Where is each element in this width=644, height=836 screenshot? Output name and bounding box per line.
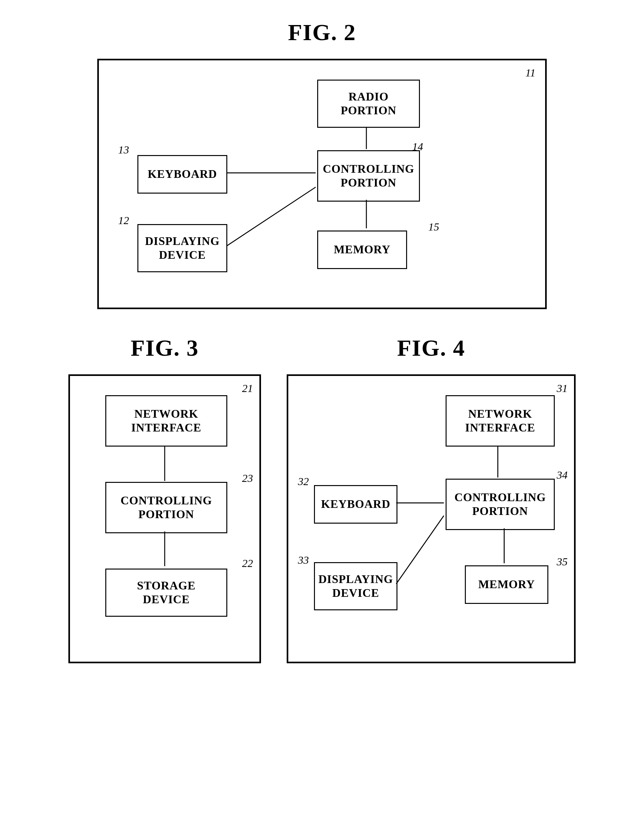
- fig3-storage-block: STORAGEDEVICE: [105, 568, 227, 617]
- fig4-controlling-block: CONTROLLINGPORTION: [446, 479, 555, 530]
- fig2-keyboard-label: KEYBOARD: [148, 167, 217, 181]
- fig4-ref-34: 34: [557, 469, 567, 481]
- fig3-title: FIG. 3: [131, 335, 199, 361]
- fig2-ref-12: 12: [118, 214, 129, 227]
- fig2-displaying-label: DISPLAYINGDEVICE: [145, 234, 220, 262]
- fig3-controlling-label: CONTROLLINGPORTION: [120, 494, 212, 521]
- fig2-ref-15: 15: [428, 221, 439, 233]
- fig4-keyboard-label: KEYBOARD: [321, 497, 391, 511]
- fig4-displaying-block: DISPLAYINGDEVICE: [314, 562, 397, 610]
- fig2-radio-label: RADIOPORTION: [341, 90, 397, 118]
- fig4-keyboard-block: KEYBOARD: [314, 485, 397, 524]
- fig2-memory-label: MEMORY: [334, 243, 391, 256]
- fig2-displaying-block: DISPLAYINGDEVICE: [137, 224, 227, 272]
- fig2-title: FIG. 2: [288, 19, 356, 46]
- fig2-radio-block: RADIOPORTION: [317, 80, 420, 128]
- fig3-controlling-block: CONTROLLINGPORTION: [105, 482, 227, 533]
- fig2-controlling-block: CONTROLLINGPORTION: [317, 150, 420, 202]
- fig4-section: FIG. 4 31 NETWORKINTERFACE 34 CONTROLLIN…: [287, 335, 575, 663]
- fig4-network-label: NETWORKINTERFACE: [465, 407, 535, 435]
- fig2-diagram: 11 RADIOPORTION 14 CONTROLLINGPORTION 13…: [97, 59, 547, 309]
- fig4-ref-35: 35: [557, 556, 567, 568]
- page-content: FIG. 2 11 RADIOPORTION 14 CONTROLLINGPOR…: [0, 0, 644, 836]
- fig4-diagram: 31 NETWORKINTERFACE 34 CONTROLLINGPORTIO…: [287, 374, 575, 663]
- fig2-ref-13: 13: [118, 144, 129, 156]
- svg-line-3: [227, 187, 315, 246]
- fig3-network-block: NETWORKINTERFACE: [105, 395, 227, 447]
- fig2-controlling-label: CONTROLLINGPORTION: [323, 162, 414, 190]
- fig4-memory-label: MEMORY: [478, 578, 535, 591]
- fig4-displaying-label: DISPLAYINGDEVICE: [319, 572, 393, 600]
- fig2-ref-11: 11: [526, 67, 536, 79]
- fig4-ref-31: 31: [557, 382, 567, 395]
- fig3-section: FIG. 3 21 NETWORKINTERFACE 23 CONTROLLIN…: [69, 335, 261, 663]
- fig3-diagram: 21 NETWORKINTERFACE 23 CONTROLLINGPORTIO…: [69, 374, 261, 663]
- fig3-network-label: NETWORKINTERFACE: [131, 407, 201, 435]
- fig3-ref-23: 23: [242, 472, 253, 485]
- fig4-controlling-label: CONTROLLINGPORTION: [454, 491, 546, 518]
- figs-row: FIG. 3 21 NETWORKINTERFACE 23 CONTROLLIN…: [26, 335, 618, 663]
- fig4-memory-block: MEMORY: [465, 565, 548, 604]
- fig4-ref-32: 32: [298, 475, 309, 488]
- fig3-ref-22: 22: [242, 557, 253, 570]
- fig3-ref-21: 21: [242, 382, 253, 395]
- fig4-ref-33: 33: [298, 554, 309, 566]
- svg-line-9: [396, 516, 444, 584]
- fig3-storage-label: STORAGEDEVICE: [137, 579, 196, 606]
- fig2-keyboard-block: KEYBOARD: [137, 155, 227, 194]
- fig4-network-block: NETWORKINTERFACE: [446, 395, 555, 447]
- fig2-memory-block: MEMORY: [317, 230, 407, 269]
- fig2-section: FIG. 2 11 RADIOPORTION 14 CONTROLLINGPOR…: [26, 19, 618, 309]
- fig4-title: FIG. 4: [397, 335, 465, 361]
